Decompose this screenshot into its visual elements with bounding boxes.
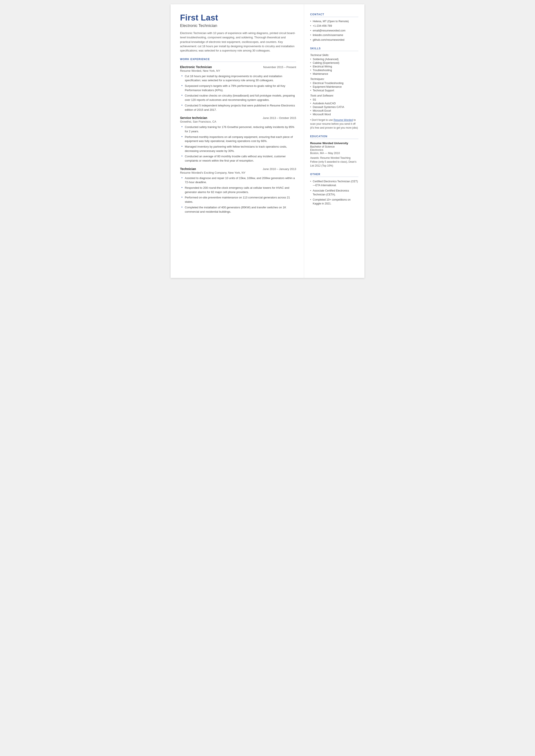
work-experience-section: WORK EXPERIENCE Electronic Technician No… xyxy=(180,58,296,214)
bullet-1-2: Managed inventory by partnering with fel… xyxy=(181,145,296,153)
contact-item-2: email@resumeworded.com xyxy=(310,29,358,33)
skill-2-0: 5S xyxy=(310,98,358,101)
skills-cat-label-2: Tools and Software: xyxy=(310,94,358,97)
right-column: CONTACT Helena, MT (Open to Remote) +1-2… xyxy=(304,4,364,278)
contact-list: Helena, MT (Open to Remote) +1-234-456-7… xyxy=(310,19,358,42)
bullet-2-0: Assisted to diagnose and repair 10 units… xyxy=(181,176,296,185)
skills-promo: • Don't forget to use Resume Worded to s… xyxy=(310,118,358,130)
bullet-2-1: Responded to 200 round-the-clock emergen… xyxy=(181,186,296,194)
bullet-1-0: Conducted safety training for 176 Growth… xyxy=(181,125,296,133)
job-company-1: Growthsi, San Francisco, CA xyxy=(180,120,296,123)
skill-1-0: Electrical Troubleshooting xyxy=(310,82,358,85)
bullet-1-3: Conducted an average of 80 monthly troub… xyxy=(181,154,296,163)
job-company-2: Resume Worded's Exciting Company, New Yo… xyxy=(180,171,296,174)
education-section: EDUCATION Resume Worded University Bache… xyxy=(310,135,358,168)
skill-1-1: Equipment Maintenance xyxy=(310,85,358,88)
skill-2-3: Microsoft Excel xyxy=(310,109,358,112)
other-list: Certified Electronics Technician (CET)—E… xyxy=(310,180,358,206)
job-dates-1: June 2013 – October 2015 xyxy=(263,116,296,120)
other-item-2: Completed 10+ competitions on Kaggle in … xyxy=(310,198,358,206)
other-item-0: Certified Electronics Technician (CET)—E… xyxy=(310,180,358,187)
job-title-heading: Electronic Technician xyxy=(180,23,296,28)
skills-list-1: Electrical Troubleshooting Equipment Mai… xyxy=(310,82,358,92)
bullet-2-2: Performed on-site preventive maintenance… xyxy=(181,195,296,204)
other-section: OTHER Certified Electronics Technician (… xyxy=(310,173,358,206)
skill-0-2: Electrical Wiring xyxy=(310,65,358,68)
contact-item-0: Helena, MT (Open to Remote) xyxy=(310,19,358,23)
edu-degree: Bachelor of Science xyxy=(310,145,358,148)
skills-cat-label-1: Techniques: xyxy=(310,77,358,81)
summary-text: Electronic Technician with 10 years of e… xyxy=(180,31,296,53)
skill-0-0: Soldering (Advanced) xyxy=(310,58,358,61)
skills-title: SKILLS xyxy=(310,47,358,51)
work-experience-title: WORK EXPERIENCE xyxy=(180,58,296,62)
job-bullets-0: Cut 18 hours per install by designing im… xyxy=(180,74,296,112)
skill-0-1: Cabling (Experienced) xyxy=(310,61,358,64)
skill-2-4: Microsoft Word xyxy=(310,113,358,116)
contact-title: CONTACT xyxy=(310,13,358,17)
skill-1-2: Technical Support xyxy=(310,89,358,92)
name-heading: First Last xyxy=(180,13,296,22)
job-bullets-2: Assisted to diagnose and repair 10 units… xyxy=(180,176,296,214)
bullet-1-1: Performed monthly inspections on all com… xyxy=(181,135,296,143)
job-bullets-1: Conducted safety training for 176 Growth… xyxy=(180,125,296,163)
edu-awards: Awards: Resume Worded Teaching Fellow (o… xyxy=(310,156,358,168)
other-item-1: Associate Certified Electronics Technici… xyxy=(310,189,358,196)
job-company-0: Resume Worded, New York, NY xyxy=(180,69,296,73)
job-block-2: Technician June 2010 – January 2013 Resu… xyxy=(180,167,296,214)
skills-category-0: Technical Skills: Soldering (Advanced) C… xyxy=(310,54,358,75)
job-block-1: Service technician June 2013 – October 2… xyxy=(180,116,296,163)
education-title: EDUCATION xyxy=(310,135,358,139)
contact-item-1: +1-234-456-789 xyxy=(310,24,358,28)
job-title-2: Technician xyxy=(180,167,196,171)
bullet-0-3: Conducted 5 independent telephony projec… xyxy=(181,103,296,112)
skill-0-3: Troubleshooting xyxy=(310,69,358,72)
left-column: First Last Electronic Technician Electro… xyxy=(171,4,304,278)
bullet-0-0: Cut 18 hours per install by designing im… xyxy=(181,74,296,82)
bullet-0-1: Surpassed company's targets with a 79% p… xyxy=(181,84,296,92)
skill-0-4: Maintenance xyxy=(310,73,358,75)
skills-list-2: 5S Autodesk AutoCAD Dassault Systemes CA… xyxy=(310,98,358,116)
job-title-0: Electronic Technician xyxy=(180,65,212,69)
contact-section: CONTACT Helena, MT (Open to Remote) +1-2… xyxy=(310,13,358,42)
skill-2-1: Autodesk AutoCAD xyxy=(310,102,358,105)
job-dates-2: June 2010 – January 2013 xyxy=(263,167,296,171)
skills-list-0: Soldering (Advanced) Cabling (Experience… xyxy=(310,58,358,75)
job-block-0: Electronic Technician November 2015 – Pr… xyxy=(180,65,296,112)
job-title-1: Service technician xyxy=(180,116,207,120)
skills-section: SKILLS Technical Skills: Soldering (Adva… xyxy=(310,47,358,130)
skills-category-1: Techniques: Electrical Troubleshooting E… xyxy=(310,77,358,92)
edu-field: Electronics xyxy=(310,148,358,152)
skills-cat-label-0: Technical Skills: xyxy=(310,54,358,57)
bullet-0-2: Conducted routine checks on circuitry (b… xyxy=(181,94,296,102)
edu-location: Boston, MA — May 2010 xyxy=(310,152,358,155)
resume-worded-link[interactable]: Resume Worded xyxy=(334,119,353,122)
other-title: OTHER xyxy=(310,173,358,177)
skill-2-2: Dassault Systemes CATIA xyxy=(310,105,358,108)
contact-item-4: github.com/resumeworded xyxy=(310,38,358,42)
contact-item-3: linkedin.com/in/username xyxy=(310,33,358,37)
job-dates-0: November 2015 – Present xyxy=(263,66,296,69)
edu-school: Resume Worded University xyxy=(310,142,358,145)
bullet-2-3: Completed the installation of 400 genera… xyxy=(181,205,296,214)
resume-page: First Last Electronic Technician Electro… xyxy=(171,4,364,278)
skills-category-2: Tools and Software: 5S Autodesk AutoCAD … xyxy=(310,94,358,116)
